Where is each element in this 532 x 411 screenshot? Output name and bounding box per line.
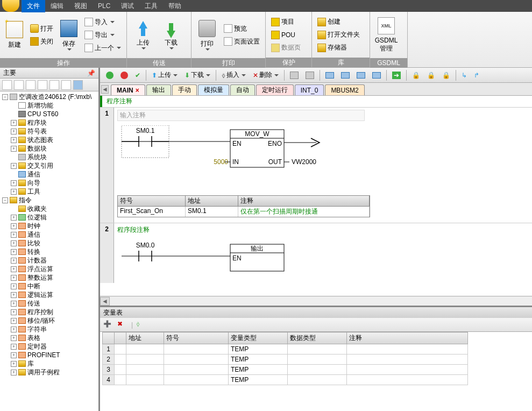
tree-comm2[interactable]: +通信: [0, 230, 98, 239]
program-comment[interactable]: 程序注释: [102, 96, 532, 107]
tree-lib[interactable]: +库: [0, 359, 98, 368]
network-comment[interactable]: 程序段注释: [117, 225, 529, 235]
var-delete-button[interactable]: ✖: [117, 320, 128, 330]
tree-tool-5[interactable]: [49, 80, 59, 90]
close-icon[interactable]: ×: [136, 87, 139, 94]
tree-instr[interactable]: −指令: [0, 196, 98, 204]
var-add-button[interactable]: ➕: [103, 320, 114, 330]
tree-tool-7[interactable]: [73, 80, 83, 90]
tree-profinet[interactable]: +PROFINET: [0, 351, 98, 359]
menu-help[interactable]: 帮助: [163, 0, 187, 12]
toolbar-folder-4[interactable]: [370, 69, 384, 81]
tab-main[interactable]: MAIN×: [111, 84, 145, 95]
tab-timer[interactable]: 定时运行: [256, 84, 294, 95]
editor-horizontal-scroll[interactable]: ◄: [100, 296, 532, 306]
tab-output[interactable]: 输出: [146, 84, 171, 95]
open-folder-button[interactable]: 打开文件夹: [315, 29, 362, 41]
gsdml-button[interactable]: XMLGSDML 管理: [373, 14, 399, 56]
storage-button[interactable]: 存储器: [315, 42, 362, 54]
pou-protect-button[interactable]: POU: [269, 29, 303, 41]
tree-cpu[interactable]: CPU ST60: [0, 110, 98, 118]
tree-new-func[interactable]: 新增功能: [0, 101, 98, 110]
symbol-table-row[interactable]: First_Scan_On SM0.1 仅在第一个扫描周期时接通: [117, 207, 370, 217]
tree-progctrl[interactable]: +程序控制: [0, 308, 98, 316]
create-lib-button[interactable]: 创建: [315, 16, 362, 28]
print-button[interactable]: 打印: [195, 14, 219, 56]
toolbar-folder-2[interactable]: [338, 69, 352, 81]
var-row[interactable]: 1TEMP: [103, 344, 468, 355]
tree-tool-1[interactable]: [2, 80, 12, 90]
scroll-left-button[interactable]: ◄: [100, 297, 110, 306]
tree-logic[interactable]: +逻辑运算: [0, 290, 98, 299]
tab-auto[interactable]: 自动: [230, 84, 255, 95]
tree-prog-block[interactable]: +程序块: [0, 118, 98, 127]
tree-tool-4[interactable]: [38, 80, 47, 90]
menu-view[interactable]: 视图: [69, 0, 93, 12]
tree-tool-2[interactable]: [14, 80, 24, 90]
var-row[interactable]: 3TEMP: [103, 365, 468, 375]
tree-project-root[interactable]: −空调改造240612 (F:\mxb\: [0, 93, 98, 101]
tab-scroll-left[interactable]: ◄: [101, 85, 109, 94]
toolbar-branch[interactable]: ↳: [459, 69, 470, 81]
toolbar-lock-2[interactable]: 🔒: [424, 69, 438, 81]
menu-debug[interactable]: 调试: [116, 0, 139, 12]
toolbar-delete[interactable]: ✕删除: [250, 69, 281, 81]
tree-counter[interactable]: +计数器: [0, 256, 98, 265]
toolbar-lock-3[interactable]: 🔒: [439, 69, 453, 81]
ladder-rung-2[interactable]: SM0.0 输出 EN: [117, 235, 386, 278]
tree-table[interactable]: +表格: [0, 334, 98, 342]
download-button[interactable]: 下载: [158, 14, 184, 56]
tree-wizard[interactable]: +向导: [0, 179, 98, 187]
pin-icon[interactable]: 📌: [87, 69, 95, 77]
menu-plc[interactable]: PLC: [93, 1, 116, 11]
menu-edit[interactable]: 编辑: [45, 0, 69, 12]
preview-button[interactable]: 预览: [222, 23, 262, 34]
tab-int0[interactable]: INT_0: [295, 84, 324, 95]
page-setup-button[interactable]: 页面设置: [222, 36, 262, 47]
save-button[interactable]: 保存: [58, 14, 80, 56]
toolbar-lock-1[interactable]: 🔒: [409, 69, 423, 81]
tab-analog[interactable]: 模拟量: [198, 84, 229, 95]
tree-sys-block[interactable]: 系统块: [0, 153, 98, 161]
upload-button[interactable]: 上传: [130, 14, 156, 56]
network-input-comment[interactable]: 输入注释: [117, 110, 365, 121]
open-button[interactable]: 打开: [28, 23, 55, 34]
tree-string[interactable]: +字符串: [0, 325, 98, 334]
tree-convert[interactable]: +转换: [0, 247, 98, 256]
new-button[interactable]: 新建: [3, 14, 26, 56]
menu-tools[interactable]: 工具: [139, 0, 163, 12]
tree-data-block[interactable]: +数据块: [0, 144, 98, 153]
tree-tool[interactable]: +工具: [0, 187, 98, 196]
variable-grid[interactable]: 地址 符号 变量类型 数据类型 注释 1TEMP 2TEMP 3TEMP 4TE…: [100, 332, 532, 411]
tree-bitlogic[interactable]: +位逻辑: [0, 213, 98, 222]
tree-comm[interactable]: 通信: [0, 170, 98, 179]
datapage-protect-button[interactable]: 数据页: [269, 42, 303, 54]
import-button[interactable]: 导入: [82, 16, 123, 28]
tree-sym-table[interactable]: +符号表: [0, 127, 98, 136]
toolbar-download[interactable]: ⬇下载: [182, 69, 213, 81]
var-row[interactable]: 4TEMP: [103, 375, 468, 385]
tree-interrupt[interactable]: +中断: [0, 282, 98, 290]
toolbar-upload[interactable]: ⬆上传: [149, 69, 180, 81]
tree-transfer[interactable]: +传送: [0, 299, 98, 308]
stop-button[interactable]: [118, 69, 131, 81]
tree-timer[interactable]: +定时器: [0, 342, 98, 351]
tree-callsub[interactable]: +调用子例程: [0, 368, 98, 377]
toolbar-misc-2[interactable]: [303, 69, 317, 81]
var-insert-button[interactable]: ⎀: [136, 320, 147, 330]
tree-tool-3[interactable]: [26, 80, 36, 90]
toolbar-folder-1[interactable]: [323, 69, 337, 81]
ladder-rung-1[interactable]: SM0.1 MOV_W EN ENO IN OUT: [117, 125, 386, 179]
tree-shiftrot[interactable]: +移位/循环: [0, 316, 98, 325]
tree-status-chart[interactable]: +状态图表: [0, 136, 98, 144]
close-button[interactable]: 关闭: [28, 36, 55, 47]
tab-manual[interactable]: 手动: [172, 84, 197, 95]
tree-compare[interactable]: +比较: [0, 239, 98, 247]
toolbar-go[interactable]: ➔: [389, 69, 403, 81]
tab-mbusm2[interactable]: MBUSM2: [325, 84, 364, 95]
compile-button[interactable]: ✔: [132, 69, 143, 81]
tree-clock[interactable]: +时钟: [0, 222, 98, 230]
toolbar-folder-3[interactable]: [354, 69, 368, 81]
prev-button[interactable]: 上一个: [82, 42, 123, 54]
export-button[interactable]: 导出: [82, 29, 123, 41]
